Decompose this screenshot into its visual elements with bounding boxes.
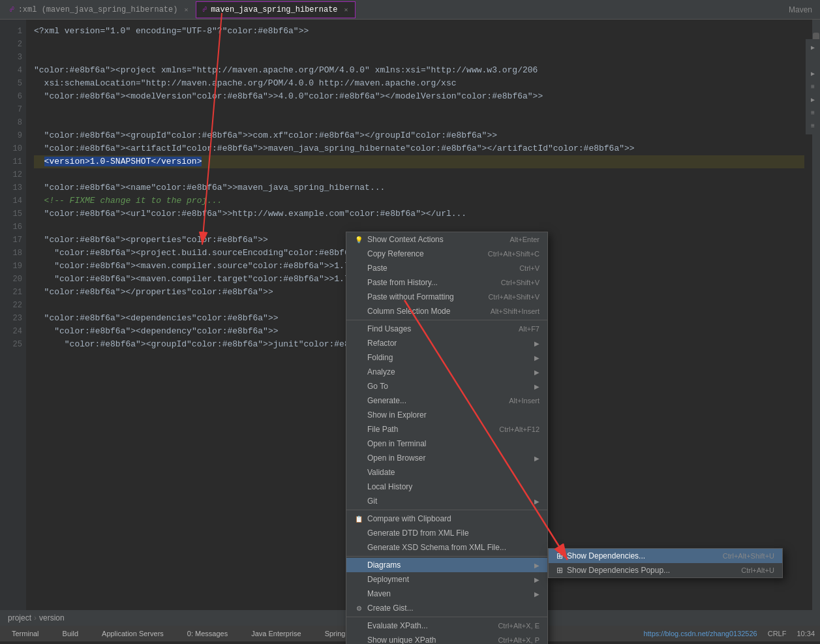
status-url[interactable]: https://blog.csdn.net/zhang0132526 <box>643 630 757 637</box>
menu-item-show-context-actions[interactable]: 💡Show Context ActionsAlt+Enter <box>346 232 547 247</box>
menu-item-create-gist[interactable]: ⚙Create Gist... <box>346 601 547 615</box>
menu-item-left-paste-history: Paste from History... <box>354 278 438 287</box>
menu-item-eval-xpath[interactable]: Evaluate XPath...Ctrl+Alt+X, E <box>346 619 547 633</box>
menu-item-gen-xsd[interactable]: Generate XSD Schema from XML File... <box>346 540 547 555</box>
menu-item-copy-reference[interactable]: Copy ReferenceCtrl+Alt+Shift+C <box>346 247 547 261</box>
submenu-item-show-deps-popup[interactable]: ⊞Show Dependencies Popup...Ctrl+Alt+U <box>549 563 782 577</box>
menu-item-left-diagrams: Diagrams <box>354 560 401 570</box>
side-btn-3[interactable]: ≡ <box>807 81 819 93</box>
menu-label-analyze: Analyze <box>367 367 395 376</box>
menu-right-paste-no-format: Ctrl+Alt+Shift+V <box>488 293 539 301</box>
side-btn-1[interactable]: ▶ <box>807 42 819 54</box>
side-btn-4[interactable]: ▶ <box>807 94 819 106</box>
breadcrumb-project[interactable]: project <box>8 613 31 622</box>
menu-label-paste: Paste <box>367 264 387 273</box>
menu-right-generate: Alt+Insert <box>509 397 539 405</box>
menu-item-open-browser[interactable]: Open in Browser▶ <box>346 451 547 465</box>
menu-shortcut-paste: Ctrl+V <box>519 264 539 272</box>
side-btn-6[interactable]: ≡ <box>807 120 819 132</box>
submenu-icon-show-deps-popup: ⊞ <box>556 566 563 575</box>
status-tab-build[interactable]: Build <box>56 626 85 641</box>
submenu-label-show-deps: Show Dependencies... <box>567 551 645 560</box>
menu-label-open-browser: Open in Browser <box>367 453 425 463</box>
status-tab-application-servers[interactable]: Application Servers <box>95 626 170 641</box>
menu-label-refactor: Refactor <box>367 339 397 348</box>
line-number-19: 19 <box>0 260 22 273</box>
menu-item-compare-clipboard[interactable]: 📋Compare with Clipboard <box>346 512 547 526</box>
line-number-23: 23 <box>0 312 22 325</box>
menu-item-left-refactor: Refactor <box>354 339 397 348</box>
side-btn-5[interactable]: ≡ <box>807 107 819 119</box>
context-menu: 💡Show Context ActionsAlt+EnterCopy Refer… <box>346 232 548 644</box>
tab-2[interactable]: ☍ maven_java_spring_hibernate ✕ <box>196 1 356 18</box>
submenu: ⊞Show Dependencies...Ctrl+Alt+Shift+U⊞Sh… <box>548 548 783 578</box>
submenu-item-show-deps[interactable]: ⊞Show Dependencies...Ctrl+Alt+Shift+U <box>549 549 782 563</box>
breadcrumb-version[interactable]: version <box>39 613 65 622</box>
menu-label-deployment: Deployment <box>367 575 409 584</box>
code-line-11: <version>1.0-SNAPSHOT</version> <box>34 155 804 168</box>
tab-1-close[interactable]: ✕ <box>184 6 188 14</box>
line-number-7: 7 <box>0 103 22 116</box>
menu-item-diagrams[interactable]: Diagrams▶ <box>346 558 547 572</box>
menu-item-analyze[interactable]: Analyze▶ <box>346 365 547 379</box>
status-tab-terminal[interactable]: Terminal <box>5 626 46 641</box>
line-number-12: 12 <box>0 168 22 181</box>
menu-item-generate[interactable]: Generate...Alt+Insert <box>346 393 547 408</box>
menu-item-show-unique-xpath[interactable]: Show unique XPathCtrl+Alt+X, P <box>346 633 547 644</box>
menu-item-refactor[interactable]: Refactor▶ <box>346 336 547 350</box>
menu-item-deployment[interactable]: Deployment▶ <box>346 572 547 587</box>
status-tab-java-enterprise[interactable]: Java Enterprise <box>245 626 307 641</box>
menu-item-left-show-unique-xpath: Show unique XPath <box>354 636 436 644</box>
menu-label-paste-history: Paste from History... <box>367 278 438 287</box>
menu-item-find-usages[interactable]: Find UsagesAlt+F7 <box>346 322 547 336</box>
menu-item-show-explorer[interactable]: Show in Explorer <box>346 408 547 422</box>
menu-arrow-goto: ▶ <box>534 383 539 390</box>
submenu-shortcut-show-deps: Ctrl+Alt+Shift+U <box>723 552 774 560</box>
line-number-2: 2 <box>0 38 22 51</box>
menu-label-gen-dtd: Generate DTD from XML File <box>367 529 469 538</box>
xml-icon-1: ☍ <box>10 5 14 14</box>
menu-shortcut-column-selection: Alt+Shift+Insert <box>491 307 539 315</box>
menu-item-gen-dtd[interactable]: Generate DTD from XML File <box>346 526 547 540</box>
tab-2-label: maven_java_spring_hibernate <box>211 5 337 14</box>
menu-item-paste-no-format[interactable]: Paste without FormattingCtrl+Alt+Shift+V <box>346 290 547 304</box>
menu-item-left-show-explorer: Show in Explorer <box>354 410 427 420</box>
menu-separator-after-column-selection <box>346 320 547 320</box>
menu-item-left-maven: Maven <box>354 589 391 598</box>
side-btn-2[interactable]: ▶ <box>807 68 819 80</box>
menu-right-maven: ▶ <box>534 590 539 598</box>
line-number-14: 14 <box>0 194 22 207</box>
menu-label-find-usages: Find Usages <box>367 324 411 333</box>
status-tab-0:-messages[interactable]: 0: Messages <box>181 626 234 641</box>
menu-item-left-paste-no-format: Paste without Formatting <box>354 292 454 301</box>
tab-1-label: :xml (maven_java_spring_hibernate) <box>18 5 178 14</box>
tab-2-close[interactable]: ✕ <box>344 6 348 14</box>
line-number-1: 1 <box>0 25 22 38</box>
line-number-13: 13 <box>0 181 22 194</box>
menu-item-maven[interactable]: Maven▶ <box>346 587 547 601</box>
line-number-6: 6 <box>0 90 22 103</box>
menu-arrow-open-browser: ▶ <box>534 455 539 462</box>
menu-item-file-path[interactable]: File PathCtrl+Alt+F12 <box>346 422 547 437</box>
menu-right-open-browser: ▶ <box>534 455 539 462</box>
menu-item-local-history[interactable]: Local History <box>346 480 547 494</box>
menu-item-left-open-browser: Open in Browser <box>354 453 425 463</box>
menu-item-folding[interactable]: Folding▶ <box>346 350 547 365</box>
menu-item-goto[interactable]: Go To▶ <box>346 379 547 393</box>
menu-item-git[interactable]: Git▶ <box>346 494 547 508</box>
menu-item-open-terminal[interactable]: Open in Terminal <box>346 437 547 451</box>
menu-item-left-analyze: Analyze <box>354 367 395 376</box>
menu-item-column-selection[interactable]: Column Selection ModeAlt+Shift+Insert <box>346 304 547 318</box>
menu-item-paste[interactable]: PasteCtrl+V <box>346 261 547 275</box>
tab-1[interactable]: ☍ :xml (maven_java_spring_hibernate) ✕ <box>3 1 196 18</box>
code-line-12 <box>34 168 804 181</box>
menu-item-validate[interactable]: Validate <box>346 465 547 480</box>
menu-label-show-context-actions: Show Context Actions <box>367 235 444 244</box>
menu-right-diagrams: ▶ <box>534 562 539 569</box>
menu-item-left-find-usages: Find Usages <box>354 324 411 333</box>
menu-item-paste-history[interactable]: Paste from History...Ctrl+Shift+V <box>346 275 547 290</box>
line-number-20: 20 <box>0 273 22 286</box>
line-number-24: 24 <box>0 325 22 338</box>
menu-shortcut-copy-reference: Ctrl+Alt+Shift+C <box>488 250 539 258</box>
line-number-25: 25 <box>0 338 22 351</box>
